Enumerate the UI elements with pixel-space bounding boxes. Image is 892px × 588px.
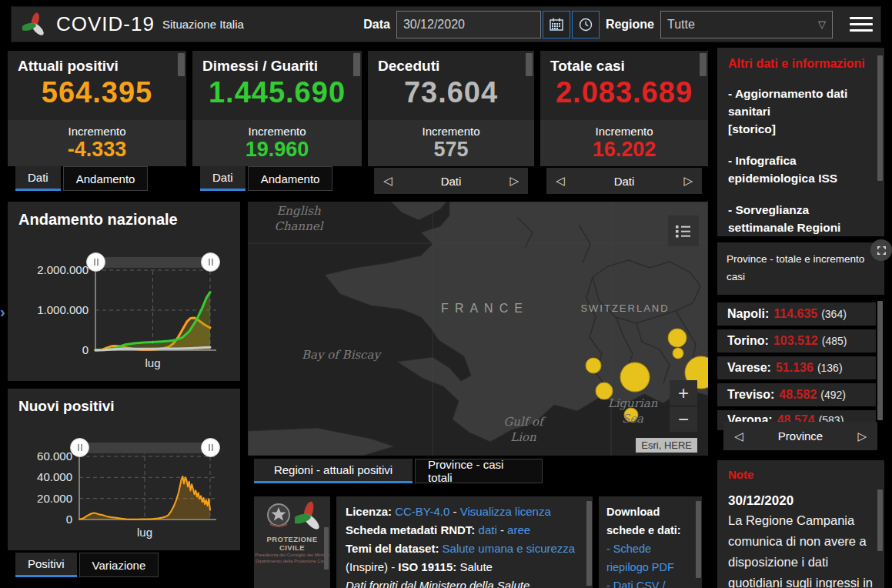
scrollbar-thumb[interactable] bbox=[178, 53, 185, 76]
slider-handle-right[interactable] bbox=[201, 252, 220, 272]
tab-positivi[interactable]: Positivi bbox=[15, 553, 77, 577]
increment-label: Incremento bbox=[540, 120, 708, 138]
link-infografica-iss[interactable]: - Infografica epidemiologica ISS bbox=[728, 152, 874, 187]
svg-text:20.000: 20.000 bbox=[37, 492, 72, 505]
pager-prev-icon[interactable]: ◁ bbox=[383, 174, 393, 188]
date-input[interactable] bbox=[396, 11, 541, 38]
cc-by-link[interactable]: CC-BY-4.0 bbox=[395, 505, 449, 518]
pager-next-icon[interactable]: ▷ bbox=[683, 174, 693, 188]
stat-card-deceduti: Deceduti 73.604 Incremento 575 bbox=[368, 51, 534, 166]
scrollbar-thumb[interactable] bbox=[877, 301, 883, 420]
increment-value: 16.202 bbox=[540, 138, 708, 161]
trend-chart-panel: Andamento nazionale 01.000.0002.000.000l… bbox=[8, 202, 240, 381]
tab-regioni-attuali-positivi[interactable]: Regioni - attuali positivi bbox=[254, 459, 413, 483]
link-aggiornamento-dati-sanitari[interactable]: - Aggiornamento dati sanitari [storico] bbox=[728, 85, 874, 138]
download-title-2: schede e dati: bbox=[606, 521, 694, 540]
date-label: Data bbox=[363, 18, 390, 32]
pager-next-icon[interactable]: ▷ bbox=[509, 174, 519, 188]
scrollbar-thumb[interactable] bbox=[877, 489, 883, 551]
protezione-civile-logo-icon bbox=[22, 12, 45, 37]
zoom-out-button[interactable]: − bbox=[670, 406, 697, 432]
map-zoom-control: + − bbox=[670, 380, 697, 432]
province-row[interactable]: Torino: 103.512 (485) bbox=[717, 329, 876, 352]
panel-expander-chevron[interactable]: › bbox=[0, 303, 5, 321]
tab-dati[interactable]: Dati bbox=[200, 166, 246, 191]
map-bubble[interactable] bbox=[673, 348, 683, 359]
card-tabs: Dati Andamento bbox=[15, 166, 148, 191]
chevron-down-icon: ▽ bbox=[818, 18, 826, 30]
visualizza-licenza-link[interactable]: Visualizza licenza bbox=[460, 505, 551, 518]
dati-csv-json-link[interactable]: - Dati CSV / JSON bbox=[606, 576, 694, 588]
license-line-5: Dati forniti dal Ministero della Salute bbox=[346, 576, 583, 588]
time-range-slider[interactable] bbox=[95, 257, 210, 268]
dati-link[interactable]: dati bbox=[479, 523, 497, 536]
map-bubble[interactable] bbox=[586, 358, 601, 373]
province-row[interactable]: Napoli: 114.635 (364) bbox=[717, 302, 876, 326]
slider-handle-left[interactable] bbox=[86, 252, 105, 272]
national-trend-chart[interactable]: 01.000.0002.000.000lug bbox=[8, 202, 240, 381]
slider-handle-right[interactable] bbox=[201, 438, 220, 457]
scrollbar-thumb[interactable] bbox=[324, 527, 329, 570]
menu-button[interactable] bbox=[850, 13, 873, 35]
legend-button[interactable] bbox=[668, 215, 699, 246]
scrollbar-thumb[interactable] bbox=[586, 501, 592, 586]
pager-label: Province bbox=[778, 429, 823, 443]
region-select[interactable]: Tutte ▽ bbox=[660, 11, 833, 38]
pager-prev-icon[interactable]: ◁ bbox=[556, 174, 565, 188]
legend-icon bbox=[676, 225, 691, 238]
card-pager: ◁ Dati ▷ bbox=[374, 168, 528, 194]
tab-andamento[interactable]: Andamento bbox=[63, 166, 149, 191]
card-title: Attuali positivi bbox=[8, 51, 186, 75]
scrollbar-thumb[interactable] bbox=[526, 53, 533, 76]
map-attribution: Esri, HERE bbox=[636, 438, 697, 453]
new-cases-chart[interactable]: 020.00040.00060.000lug bbox=[8, 389, 240, 550]
link-sorveglianza-regioni[interactable]: - Sorveglianza settimanale Regioni bbox=[728, 201, 874, 236]
note-panel: Note 30/12/2020 La Regione Campania comu… bbox=[717, 460, 884, 588]
scrollbar-thumb[interactable] bbox=[877, 55, 883, 181]
map-bubble[interactable] bbox=[624, 408, 638, 422]
logo-subtitle-1: Presidenza del Consiglio dei Ministri bbox=[254, 552, 330, 558]
tab-province-casi-totali[interactable]: Province - casi totali bbox=[415, 459, 543, 483]
card-value: 2.083.689 bbox=[540, 76, 708, 109]
aree-link[interactable]: aree bbox=[507, 523, 530, 536]
zoom-in-button[interactable]: + bbox=[670, 380, 697, 406]
italy-emblem-icon bbox=[266, 501, 292, 532]
clock-button[interactable] bbox=[572, 11, 600, 38]
tab-variazione[interactable]: Variazione bbox=[79, 553, 159, 577]
expand-button[interactable] bbox=[870, 239, 892, 261]
map-bubble[interactable] bbox=[668, 329, 687, 347]
calendar-icon bbox=[549, 17, 564, 32]
header-bar: COVID-19 Situazione Italia Data bbox=[11, 6, 881, 42]
expand-icon bbox=[876, 245, 887, 256]
pager-prev-icon[interactable]: ◁ bbox=[734, 429, 743, 443]
pager-label: Dati bbox=[614, 175, 635, 188]
pager-next-icon[interactable]: ▷ bbox=[857, 429, 867, 443]
scrollbar-thumb[interactable] bbox=[696, 501, 701, 578]
map-bubble[interactable] bbox=[596, 383, 613, 399]
schede-riepilogo-pdf-link[interactable]: - Schede riepilogo PDF bbox=[606, 540, 694, 576]
app-subtitle: Situazione Italia bbox=[162, 18, 244, 31]
province-panel-title: Province - totale e incremento casi bbox=[717, 242, 884, 295]
province-row[interactable]: Varese: 51.136 (136) bbox=[717, 356, 876, 379]
region-select-value: Tutte bbox=[667, 18, 695, 32]
time-range-slider[interactable] bbox=[79, 443, 210, 453]
map-bubble[interactable] bbox=[620, 362, 650, 392]
salute-umana-link[interactable]: Salute umana e sicurezza bbox=[443, 542, 576, 555]
calendar-button[interactable] bbox=[543, 11, 570, 38]
map-canvas[interactable]: English ChannelFRANCESWITZERLANDBay of B… bbox=[248, 202, 708, 456]
note-title: Note bbox=[728, 468, 874, 481]
license-line-4: (Inspire) - ISO 19115: Salute bbox=[346, 558, 583, 576]
download-box: Download schede e dati: - Schede riepilo… bbox=[599, 496, 702, 588]
province-pager: ◁ Province ▷ bbox=[723, 422, 877, 450]
scrollbar-thumb[interactable] bbox=[700, 53, 707, 76]
slider-handle-left[interactable] bbox=[70, 438, 89, 457]
license-line-2: Scheda metadati RNDT: dati - aree bbox=[346, 521, 583, 540]
download-title-1: Download bbox=[606, 503, 694, 521]
svg-text:lug: lug bbox=[145, 356, 160, 369]
tab-dati[interactable]: Dati bbox=[15, 166, 61, 191]
province-row[interactable]: Treviso: 48.582 (492) bbox=[717, 383, 876, 406]
card-tabs: Dati Andamento bbox=[200, 166, 332, 191]
card-title: Totale casi bbox=[540, 51, 708, 75]
tab-andamento[interactable]: Andamento bbox=[248, 166, 333, 191]
scrollbar-thumb[interactable] bbox=[353, 53, 360, 76]
